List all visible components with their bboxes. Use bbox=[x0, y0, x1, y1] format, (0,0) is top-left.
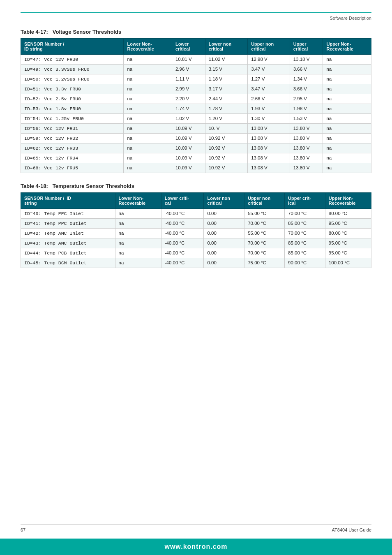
table-cell: ID=47: Vcc 12v FRU0 bbox=[21, 55, 124, 65]
table-cell: 10.09 V bbox=[172, 153, 205, 163]
table-cell: 85.00 °C bbox=[285, 219, 325, 229]
table-cell: 75.00 °C bbox=[244, 258, 285, 268]
table-cell: na bbox=[115, 248, 161, 258]
table-cell: 2.20 V bbox=[172, 94, 205, 104]
table2-title: Table 4-18: Temperature Sensor Threshold… bbox=[21, 183, 371, 189]
table-cell: 70.00 °C bbox=[244, 219, 285, 229]
table-cell: 13.18 V bbox=[290, 55, 323, 65]
page-container: Software Description Table 4-17: Voltage… bbox=[0, 0, 392, 311]
table-row: ID=43: Temp AMC Outletna-40.00 °C0.0070.… bbox=[21, 238, 371, 248]
table-cell: -40.00 °C bbox=[161, 238, 204, 248]
table-cell: 1.78 V bbox=[205, 104, 247, 114]
table-cell: na bbox=[323, 153, 371, 163]
table-cell: 85.00 °C bbox=[285, 248, 325, 258]
table-cell: na bbox=[124, 114, 172, 124]
table-cell: 70.00 °C bbox=[285, 209, 325, 219]
table-cell: -40.00 °C bbox=[161, 229, 204, 238]
table-cell: na bbox=[124, 94, 172, 104]
table-cell: ID=62: Vcc 12v FRU3 bbox=[21, 143, 124, 153]
table-cell: 2.66 V bbox=[248, 94, 290, 104]
table-row: ID=65: Vcc 12v FRU4na10.09 V10.92 V13.08… bbox=[21, 153, 371, 163]
table-cell: ID=54: Vcc 1.25v FRU0 bbox=[21, 114, 124, 124]
table-cell: 10.92 V bbox=[205, 143, 247, 153]
table-cell: 2.99 V bbox=[172, 84, 205, 94]
table-cell: 1.74 V bbox=[172, 104, 205, 114]
table-cell: 70.00 °C bbox=[244, 238, 285, 248]
table-cell: 10.81 V bbox=[172, 55, 205, 65]
table-cell: -40.00 °C bbox=[161, 258, 204, 268]
table-cell: ID=65: Vcc 12v FRU4 bbox=[21, 153, 124, 163]
table-cell: 10.92 V bbox=[205, 153, 247, 163]
voltage-sensor-table: SENSOR Number /ID string Lower Non-Recov… bbox=[21, 38, 371, 173]
table-row: ID=50: Vcc 1.2vSus FRU0na1.11 V1.18 V1.2… bbox=[21, 74, 371, 84]
table-cell: na bbox=[124, 74, 172, 84]
table-row: ID=62: Vcc 12v FRU3na10.09 V10.92 V13.08… bbox=[21, 143, 371, 153]
table-cell: 55.00 °C bbox=[244, 229, 285, 238]
table-cell: 12.98 V bbox=[248, 55, 290, 65]
table-cell: 1.27 V bbox=[248, 74, 290, 84]
table-row: ID=41: Temp PPC Outletna-40.00 °C0.0070.… bbox=[21, 219, 371, 229]
col2-lower-criti-cal: Lower criti-cal bbox=[161, 193, 204, 209]
table-cell: ID=40: Temp PPC Inlet bbox=[21, 209, 115, 219]
col-sensor-id: SENSOR Number /ID string bbox=[21, 39, 124, 55]
table-cell: 0.00 bbox=[204, 248, 244, 258]
footer-product: AT8404 User Guide bbox=[332, 527, 371, 532]
table-cell: 70.00 °C bbox=[285, 229, 325, 238]
table-cell: -40.00 °C bbox=[161, 248, 204, 258]
table-cell: ID=41: Temp PPC Outlet bbox=[21, 219, 115, 229]
table1-title-bold: Table 4-17: bbox=[21, 29, 48, 35]
table-cell: 10.09 V bbox=[172, 134, 205, 143]
table-cell: 85.00 °C bbox=[285, 238, 325, 248]
table-cell: 13.80 V bbox=[290, 124, 323, 134]
table-cell: 10. V bbox=[205, 124, 247, 134]
table-cell: ID=52: Vcc 2.5v FRU0 bbox=[21, 94, 124, 104]
table-cell: 13.80 V bbox=[290, 134, 323, 143]
table-cell: 55.00 °C bbox=[244, 209, 285, 219]
table-cell: 3.66 V bbox=[290, 84, 323, 94]
table-cell: na bbox=[124, 163, 172, 173]
table-cell: 13.80 V bbox=[290, 153, 323, 163]
table-cell: 13.08 V bbox=[248, 124, 290, 134]
table-cell: na bbox=[115, 258, 161, 268]
header-section-label: Software Description bbox=[330, 16, 372, 21]
table-cell: 0.00 bbox=[204, 258, 244, 268]
table-row: ID=40: Temp PPC Inletna-40.00 °C0.0055.0… bbox=[21, 209, 371, 219]
table-cell: 1.34 V bbox=[290, 74, 323, 84]
table-cell: -40.00 °C bbox=[161, 209, 204, 219]
table-cell: 80.00 °C bbox=[325, 209, 371, 219]
table-row: ID=59: Vcc 12v FRU2na10.09 V10.92 V13.08… bbox=[21, 134, 371, 143]
table-cell: 95.00 °C bbox=[325, 238, 371, 248]
col-lower-non-crit: Lower noncritical bbox=[205, 39, 247, 55]
table-cell: 10.09 V bbox=[172, 124, 205, 134]
table-cell: na bbox=[323, 65, 371, 74]
table-cell: na bbox=[323, 134, 371, 143]
table-cell: na bbox=[323, 163, 371, 173]
col2-sensor-id: SENSOR Number / IDstring bbox=[21, 193, 115, 209]
temp-sensor-table: SENSOR Number / IDstring Lower Non-Recov… bbox=[21, 192, 371, 268]
table-cell: na bbox=[124, 55, 172, 65]
col2-upper-non-rec: Upper Non-Recoverable bbox=[325, 193, 371, 209]
col-lower-crit: Lowercritical bbox=[172, 39, 205, 55]
table-cell: 10.09 V bbox=[172, 143, 205, 153]
table-cell: 13.08 V bbox=[248, 153, 290, 163]
table-cell: 3.66 V bbox=[290, 65, 323, 74]
table1-body: ID=47: Vcc 12v FRU0na10.81 V11.02 V12.98… bbox=[21, 55, 371, 173]
table-cell: 13.80 V bbox=[290, 163, 323, 173]
col2-upper-non-crit: Upper noncritical bbox=[244, 193, 285, 209]
table-cell: 13.08 V bbox=[248, 134, 290, 143]
col-upper-crit: Uppercritical bbox=[290, 39, 323, 55]
table-cell: ID=45: Temp BCM Outlet bbox=[21, 258, 115, 268]
table-cell: na bbox=[124, 65, 172, 74]
table-cell: ID=50: Vcc 1.2vSus FRU0 bbox=[21, 74, 124, 84]
col-lower-non-rec: Lower Non-Recoverable bbox=[124, 39, 172, 55]
table-cell: ID=53: Vcc 1.8v FRU0 bbox=[21, 104, 124, 114]
footer-page-number: 67 bbox=[21, 527, 25, 532]
table-cell: na bbox=[323, 55, 371, 65]
table-cell: na bbox=[323, 124, 371, 134]
table-row: ID=47: Vcc 12v FRU0na10.81 V11.02 V12.98… bbox=[21, 55, 371, 65]
table-cell: 10.09 V bbox=[172, 163, 205, 173]
top-rule bbox=[21, 12, 371, 13]
table-cell: 3.17 V bbox=[205, 84, 247, 94]
table-cell: 2.44 V bbox=[205, 94, 247, 104]
table-cell: 1.11 V bbox=[172, 74, 205, 84]
